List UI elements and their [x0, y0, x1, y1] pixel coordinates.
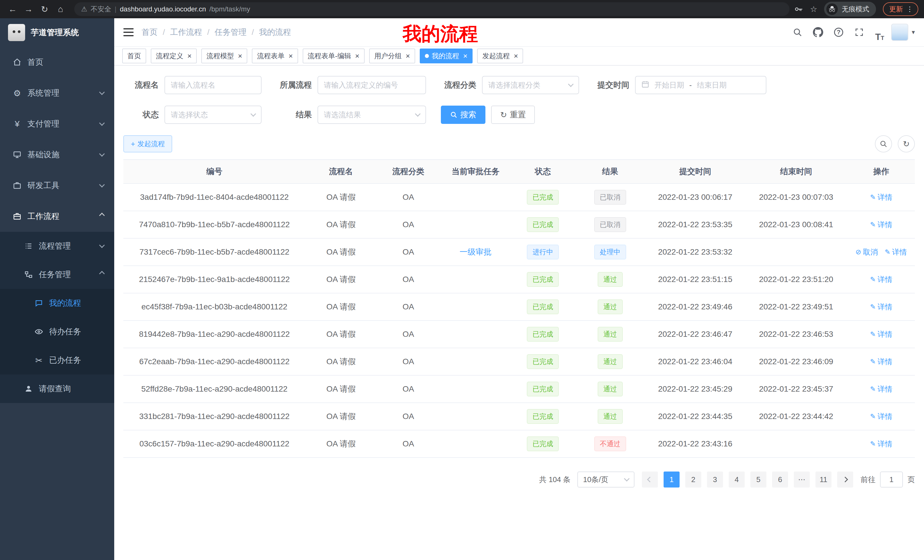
filter-submit-time: 提交时间 开始日期 - 结束日期: [594, 76, 766, 94]
table-row: 2152467e-7b9b-11ec-9a1b-acde48001122OA 请…: [123, 266, 915, 293]
browser-forward-button[interactable]: →: [22, 2, 35, 16]
bookmark-star-icon[interactable]: ☆: [810, 4, 817, 14]
tab-0[interactable]: 首页: [122, 48, 146, 63]
sidebar-item-payment[interactable]: ¥ 支付管理: [0, 108, 114, 139]
result-badge: 通过: [598, 327, 623, 341]
page-button-5[interactable]: 5: [750, 472, 766, 488]
process-definition-input[interactable]: [318, 76, 426, 94]
detail-action-link[interactable]: ✎详情: [885, 247, 907, 257]
sidebar-toggle-hamburger-icon[interactable]: [123, 28, 134, 37]
address-bar[interactable]: ⚠ 不安全 | dashboard.yudao.iocoder.cn /bpm/…: [74, 2, 789, 16]
toggle-search-button[interactable]: [875, 135, 892, 153]
detail-action-link[interactable]: ✎详情: [870, 384, 892, 394]
page-button-2[interactable]: 2: [685, 472, 701, 488]
browser-update-button[interactable]: 更新 ⋮: [883, 2, 918, 16]
process-id-cell: 52ffd28e-7b9a-11ec-a290-acde48001122: [123, 375, 306, 403]
sidebar-item-workflow[interactable]: 工作流程: [0, 201, 114, 232]
app-logo[interactable]: 芋道管理系统: [0, 18, 114, 47]
cancel-action-link[interactable]: ⊘取消: [855, 247, 878, 257]
sidebar-item-my-process[interactable]: 我的流程: [0, 289, 114, 317]
sidebar-item-system[interactable]: ⚙ 系统管理: [0, 78, 114, 108]
sidebar-item-label: 待办任务: [49, 326, 81, 337]
detail-action-link[interactable]: ✎详情: [870, 439, 892, 449]
logo-avatar: [8, 24, 25, 41]
page-button-4[interactable]: 4: [729, 472, 745, 488]
breadcrumb-item-2[interactable]: 工作流程: [170, 27, 202, 38]
sidebar-item-home[interactable]: 首页: [0, 47, 114, 78]
search-icon[interactable]: [788, 23, 807, 41]
detail-action-link[interactable]: ✎详情: [870, 357, 892, 367]
page-ellipsis[interactable]: ⋯: [794, 472, 810, 488]
action-label: 详情: [878, 439, 892, 449]
column-header: 结束时间: [745, 160, 848, 184]
next-page-button[interactable]: [837, 472, 853, 488]
refresh-table-button[interactable]: ↻: [898, 135, 915, 153]
sidebar-item-task-management[interactable]: 任务管理: [0, 260, 114, 289]
tab-6[interactable]: 我的流程×: [420, 48, 472, 63]
process-definition-label: 所属流程: [276, 79, 312, 90]
end-time-cell: 2022-01-22 23:51:20: [745, 266, 848, 293]
status-label: 状态: [123, 109, 159, 120]
action-label: 详情: [878, 384, 892, 394]
tab-1[interactable]: 流程定义×: [151, 48, 197, 63]
help-question-icon[interactable]: ?: [830, 23, 848, 41]
tab-5[interactable]: 用户分组×: [369, 48, 415, 63]
breadcrumb-item-3[interactable]: 任务管理: [215, 27, 247, 38]
action-label: 详情: [878, 412, 892, 422]
tab-close-icon[interactable]: ×: [238, 52, 242, 60]
sidebar-item-infrastructure[interactable]: 基础设施: [0, 139, 114, 170]
page-button-3[interactable]: 3: [707, 472, 723, 488]
goto-page-input[interactable]: [880, 472, 903, 488]
sidebar-item-leave-query[interactable]: 请假查询: [0, 374, 114, 403]
reset-button[interactable]: ↻ 重置: [491, 106, 535, 124]
page-button-6[interactable]: 6: [772, 472, 788, 488]
prev-page-button[interactable]: [642, 472, 658, 488]
fullscreen-icon[interactable]: [850, 23, 868, 41]
browser-menu-dots-icon[interactable]: ⋮: [906, 5, 913, 13]
browser-back-button[interactable]: ←: [6, 2, 20, 16]
password-key-icon[interactable]: [794, 4, 803, 14]
browser-reload-button[interactable]: ↻: [38, 2, 51, 16]
search-button[interactable]: 搜索: [441, 106, 485, 124]
tab-close-icon[interactable]: ×: [514, 52, 518, 60]
breadcrumb-separator: /: [163, 28, 165, 37]
tab-close-icon[interactable]: ×: [406, 52, 410, 60]
gear-icon: ⚙: [11, 88, 23, 98]
tab-close-icon[interactable]: ×: [288, 52, 292, 60]
date-range-picker[interactable]: 开始日期 - 结束日期: [635, 76, 766, 94]
tab-4[interactable]: 流程表单-编辑×: [303, 48, 364, 63]
category-select[interactable]: 请选择流程分类: [482, 76, 579, 94]
detail-action-link[interactable]: ✎详情: [870, 329, 892, 339]
detail-action-link[interactable]: ✎详情: [870, 302, 892, 312]
page-size-select[interactable]: 10条/页: [578, 472, 634, 488]
yen-icon: ¥: [11, 119, 23, 129]
detail-action-link[interactable]: ✎详情: [870, 220, 892, 230]
github-icon[interactable]: [809, 23, 827, 41]
tab-close-icon[interactable]: ×: [188, 52, 192, 60]
font-size-icon[interactable]: TT: [871, 23, 889, 41]
detail-action-link[interactable]: ✎详情: [870, 192, 892, 202]
tab-3[interactable]: 流程表单×: [252, 48, 298, 63]
page-button-1[interactable]: 1: [664, 472, 680, 488]
tab-close-icon[interactable]: ×: [463, 52, 467, 60]
create-process-button[interactable]: + 发起流程: [123, 135, 172, 153]
detail-action-link[interactable]: ✎详情: [870, 412, 892, 422]
tab-close-icon[interactable]: ×: [355, 52, 360, 60]
browser-home-button[interactable]: ⌂: [54, 2, 68, 16]
sidebar-item-process-management[interactable]: 流程管理: [0, 232, 114, 260]
topbar-actions: ? TT ▾: [788, 23, 915, 41]
page-button-11[interactable]: 11: [816, 472, 831, 488]
result-select[interactable]: 请选流结果: [318, 106, 426, 124]
status-select[interactable]: 请选择状态: [165, 106, 261, 124]
sidebar-item-todo-tasks[interactable]: 待办任务: [0, 317, 114, 346]
process-name-input[interactable]: [165, 76, 261, 94]
user-avatar[interactable]: [891, 24, 908, 41]
sidebar-item-done-tasks[interactable]: ✂ 已办任务: [0, 346, 114, 374]
avatar-caret-down-icon[interactable]: ▾: [912, 28, 915, 36]
current-task-link[interactable]: 一级审批: [460, 247, 492, 256]
sidebar-item-devtools[interactable]: 研发工具: [0, 170, 114, 201]
tab-2[interactable]: 流程模型×: [201, 48, 247, 63]
detail-action-link[interactable]: ✎详情: [870, 275, 892, 284]
breadcrumb-item-1[interactable]: 首页: [142, 27, 158, 38]
tab-7[interactable]: 发起流程×: [477, 48, 523, 63]
